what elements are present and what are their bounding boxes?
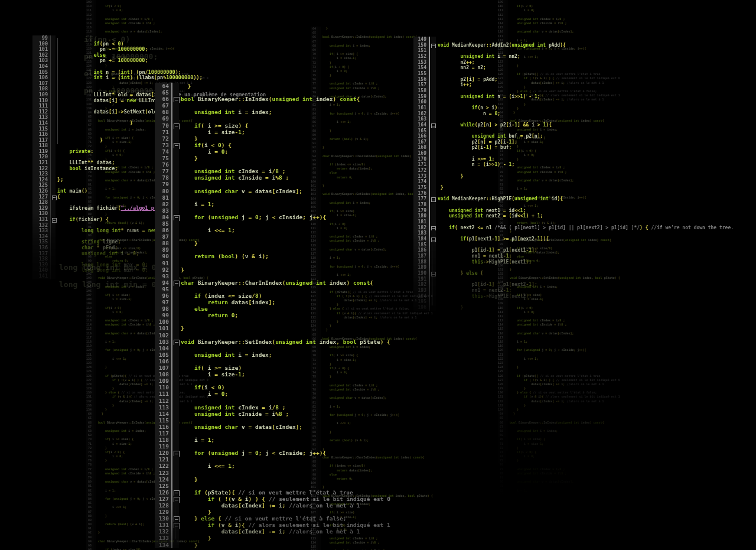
code-text: }	[179, 535, 211, 541]
fold-margin	[50, 70, 56, 76]
line-number: 113	[86, 318, 94, 323]
code-token: bool	[69, 165, 81, 171]
code-text: }	[508, 386, 526, 390]
code-token: int	[121, 467, 126, 471]
code-line: 117	[155, 430, 390, 437]
fold-margin	[429, 219, 436, 225]
code-token: }	[112, 403, 114, 407]
code-token: unsigned	[105, 318, 119, 322]
code-token: =	[265, 411, 269, 417]
code-text: unsigned int n = (i>>1) - 1;	[436, 94, 540, 100]
fold-margin	[94, 293, 96, 297]
code-token: =	[536, 548, 538, 550]
code-token: p1	[472, 282, 478, 287]
code-token: }	[461, 305, 464, 310]
code-token: i	[524, 442, 526, 445]
code-text	[321, 31, 322, 35]
fold-margin	[94, 522, 96, 526]
code-text: unsigned int cIndex = i/8 ;	[96, 318, 153, 323]
line-number: 110	[86, 4, 94, 8]
code-text: unsigned int cInside = i%8 ;	[179, 411, 289, 417]
code-token: return	[194, 253, 214, 259]
code-line: 81	[498, 484, 620, 488]
code-text: }	[96, 531, 100, 535]
fold-margin	[506, 518, 508, 522]
code-line: 134 }	[155, 542, 390, 548]
code-text: private:	[56, 149, 93, 155]
line-number: 83	[155, 207, 171, 214]
fold-margin	[50, 274, 56, 279]
editor-panel-middle[interactable]: 64 }6566bool BinaryKeeper::InIndex(unsig…	[155, 83, 390, 548]
code-token: =	[497, 282, 500, 287]
editor-panel-right[interactable]: 149150void MedianKeeper::AddIn2(unsigned…	[413, 37, 734, 311]
line-number: 92	[155, 266, 171, 273]
line-number: 70	[498, 437, 506, 441]
fold-margin	[171, 279, 179, 286]
line-number: 84	[498, 497, 506, 501]
code-line: 76	[155, 161, 390, 168]
fold-margin	[429, 230, 436, 236]
fold-margin	[506, 386, 508, 390]
code-token: HighP1E	[492, 196, 512, 201]
code-token: size	[119, 297, 126, 301]
fold-margin	[506, 433, 508, 437]
code-line: 176	[413, 191, 734, 197]
code-text	[508, 0, 510, 4]
code-token: index	[581, 421, 589, 424]
code-token: unsigned	[194, 424, 221, 430]
line-number: 67	[86, 425, 94, 429]
line-number: 176	[413, 191, 429, 197]
line-number: 132	[498, 399, 506, 403]
fold-margin	[506, 497, 508, 501]
code-token: (	[109, 293, 110, 297]
code-token: i	[524, 505, 526, 509]
code-text: return 0;	[179, 312, 238, 318]
code-text	[179, 207, 181, 214]
code-text: }	[179, 542, 198, 548]
code-line: 110 if(i < 0)	[498, 4, 620, 8]
code-line: 189	[413, 265, 734, 271]
code-token: 8	[275, 168, 279, 174]
code-token: cIndex	[542, 382, 552, 386]
fold-margin	[94, 301, 96, 305]
code-token: int	[57, 188, 66, 194]
code-token: )	[121, 41, 124, 47]
line-number: 164	[413, 122, 429, 128]
code-line: 114 unsigned int cInside = i%8 ;	[155, 411, 390, 417]
line-number: 86	[155, 227, 171, 233]
fold-margin	[429, 294, 436, 300]
code-token: {	[543, 437, 545, 441]
code-text	[56, 126, 57, 132]
code-token: next1	[511, 248, 526, 253]
line-number: 114	[498, 323, 506, 327]
fold-margin	[50, 188, 56, 194]
code-token: )	[137, 378, 139, 382]
code-token: unsigned	[194, 168, 221, 174]
code-text: i = size-1;	[96, 297, 132, 301]
line-number: 154	[413, 65, 429, 71]
code-token: long	[97, 262, 109, 268]
code-line: 87	[155, 233, 390, 240]
code-text: i = 0;	[321, 69, 347, 73]
code-token: )	[235, 253, 239, 259]
fold-margin	[50, 256, 56, 262]
code-token: ;	[572, 30, 573, 33]
code-token: =	[545, 30, 547, 33]
fold-margin	[429, 99, 436, 105]
code-token: cIndex	[559, 30, 570, 33]
code-token: LLLInt	[69, 160, 87, 165]
code-text: if( i >= size) {	[321, 52, 358, 56]
code-token: {	[563, 43, 566, 48]
code-token: char	[510, 539, 517, 543]
code-text: unsigned int i = index;	[321, 44, 370, 48]
code-text	[436, 99, 438, 105]
fold-margin	[171, 339, 179, 345]
fold-margin	[94, 471, 96, 476]
line-number: 72	[155, 135, 171, 142]
code-text: n2++;	[436, 60, 475, 66]
code-token: *	[97, 245, 100, 250]
line-number: 65	[155, 89, 171, 96]
code-token: datas	[232, 299, 249, 305]
code-text	[179, 443, 181, 450]
code-token: pState	[417, 494, 428, 497]
